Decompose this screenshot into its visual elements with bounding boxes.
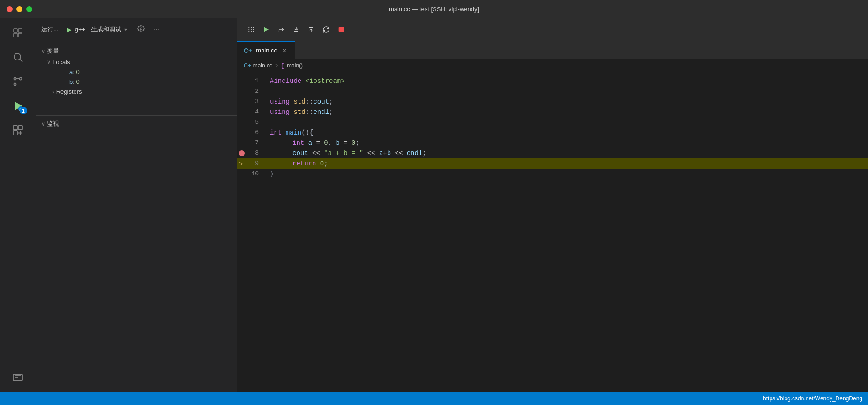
debug-stop-button[interactable] — [335, 23, 348, 36]
tab-file-icon: C+ — [244, 47, 252, 54]
line-content-2[interactable] — [262, 86, 868, 97]
registers-header[interactable]: › Registers — [47, 87, 237, 97]
debug-arrow-icon: ▷ — [239, 158, 243, 169]
line-number-9: ▷ 9 — [237, 158, 262, 169]
titlebar: main.cc — test [SSH: vipl-wendy] — [0, 0, 868, 18]
minimize-button[interactable] — [16, 6, 22, 12]
var-item-b[interactable]: b: 0 — [41, 77, 237, 87]
tab-filename: main.cc — [256, 47, 277, 54]
sidebar-item-git[interactable] — [7, 70, 29, 93]
main-area: 1 1 运行... ▶ — [0, 18, 868, 392]
debug-step-out-button[interactable] — [305, 23, 318, 36]
var-a-value: 0 — [76, 68, 79, 75]
svg-point-7 — [20, 78, 22, 80]
svg-point-21 — [253, 27, 254, 28]
locals-chevron-icon: ∨ — [47, 59, 51, 65]
line-number-10: 10 — [237, 169, 262, 179]
breadcrumb-file[interactable]: C+ main.cc — [244, 62, 272, 69]
maximize-button[interactable] — [26, 6, 32, 12]
var-item-a[interactable]: a: 0 — [41, 67, 237, 77]
status-bar: https://blog.csdn.net/Wendy_DengDeng — [0, 392, 868, 405]
svg-point-19 — [248, 27, 249, 28]
code-line-4: 4 using std::endl; — [237, 107, 868, 117]
chevron-down-icon: ▾ — [124, 26, 127, 33]
svg-rect-3 — [18, 33, 22, 37]
tab-main-cc[interactable]: C+ main.cc ✕ — [237, 41, 295, 59]
watch-chevron-icon: ∨ — [41, 121, 45, 127]
debug-toolbar — [237, 18, 868, 41]
debug-continue-button[interactable] — [260, 23, 273, 36]
sidebar-item-explorer[interactable] — [7, 22, 29, 44]
svg-rect-12 — [13, 126, 17, 130]
debug-step-into-button[interactable] — [290, 23, 303, 36]
breakpoint-indicator[interactable] — [239, 150, 245, 156]
svg-point-24 — [253, 29, 254, 30]
watch-label: 监视 — [47, 120, 59, 128]
variables-label: 变量 — [47, 47, 59, 55]
settings-button[interactable] — [135, 23, 147, 36]
code-line-10: 10 } — [237, 169, 868, 179]
breadcrumb-file-icon: C+ — [244, 62, 251, 69]
debug-grid-button[interactable] — [245, 23, 258, 36]
code-line-1: 1 #include <iostream> — [237, 76, 868, 86]
svg-rect-13 — [18, 126, 22, 130]
line-content-8[interactable]: cout << "a + b = " << a+b << endl; — [262, 148, 868, 158]
line-number-3: 3 — [237, 97, 262, 107]
more-button[interactable]: ··· — [151, 23, 161, 36]
close-button[interactable] — [7, 6, 13, 12]
sidebar-item-search[interactable] — [7, 46, 29, 68]
watch-section-header[interactable]: ∨ 监视 — [36, 115, 237, 130]
line-content-5[interactable] — [262, 117, 868, 128]
svg-point-27 — [253, 31, 254, 32]
svg-point-25 — [248, 31, 249, 32]
code-line-8: 8 cout << "a + b = " << a+b << endl; — [237, 148, 868, 158]
line-number-5: 5 — [237, 117, 262, 128]
line-content-10[interactable]: } — [262, 169, 868, 179]
run-config-button[interactable]: ▶ g++ - 生成和调试 ▾ — [63, 23, 131, 36]
watch-section: ∨ 监视 — [36, 115, 237, 130]
line-content-9[interactable]: return 0; — [262, 158, 868, 169]
line-content-7[interactable]: int a = 0, b = 0; — [262, 138, 868, 148]
line-content-3[interactable]: using std::cout; — [262, 97, 868, 107]
svg-rect-14 — [13, 131, 17, 135]
sidebar-item-debug[interactable]: 1 1 — [7, 95, 29, 117]
sidebar-content: ∨ 变量 ∨ Locals a: 0 b: 0 — [36, 41, 237, 392]
sidebar-toolbar: 运行... ▶ g++ - 生成和调试 ▾ ··· — [36, 18, 237, 41]
debug-badge: 1 — [20, 107, 27, 114]
sidebar-item-remote[interactable] — [7, 366, 29, 388]
registers-label: Registers — [56, 88, 82, 95]
code-line-2: 2 — [237, 86, 868, 97]
breadcrumb-sep-1: > — [275, 62, 278, 69]
code-editor[interactable]: 1 #include <iostream> 2 3 using std::cou… — [237, 72, 868, 392]
svg-point-8 — [14, 78, 16, 80]
window-title: main.cc — test [SSH: vipl-wendy] — [389, 6, 479, 13]
line-number-8: 8 — [237, 148, 262, 158]
variables-chevron-icon: ∨ — [41, 48, 45, 54]
locals-header[interactable]: ∨ Locals — [41, 57, 237, 67]
code-line-6: 6 int main(){ — [237, 128, 868, 138]
activity-bar: 1 1 — [0, 18, 36, 392]
locals-group: ∨ Locals a: 0 b: 0 — [41, 57, 237, 87]
editor-area: C+ main.cc ✕ C+ main.cc > {} main() 1 #i… — [237, 18, 868, 392]
debug-step-over-button[interactable] — [275, 23, 288, 36]
breadcrumb-funcname: main() — [287, 62, 303, 69]
svg-rect-15 — [13, 374, 22, 381]
line-content-6[interactable]: int main(){ — [262, 128, 868, 138]
tab-close-button[interactable]: ✕ — [281, 47, 288, 54]
code-line-9: ▷ 9 return 0; — [237, 158, 868, 169]
sidebar-item-extensions[interactable] — [7, 119, 29, 142]
debug-restart-button[interactable] — [320, 23, 333, 36]
breadcrumb-func[interactable]: {} main() — [281, 62, 303, 69]
traffic-lights — [7, 6, 32, 12]
registers-group: › Registers — [41, 87, 237, 97]
line-content-4[interactable]: using std::endl; — [262, 107, 868, 117]
breadcrumb-filename: main.cc — [253, 62, 272, 69]
svg-rect-34 — [339, 27, 344, 32]
breadcrumb: C+ main.cc > {} main() — [237, 59, 868, 72]
line-content-1[interactable]: #include <iostream> — [262, 76, 868, 86]
variables-section-header[interactable]: ∨ 变量 — [36, 45, 237, 57]
status-right-text: https://blog.csdn.net/Wendy_DengDeng — [763, 395, 862, 402]
svg-rect-0 — [14, 29, 17, 32]
tab-bar: C+ main.cc ✕ — [237, 41, 868, 59]
svg-point-22 — [248, 29, 249, 30]
